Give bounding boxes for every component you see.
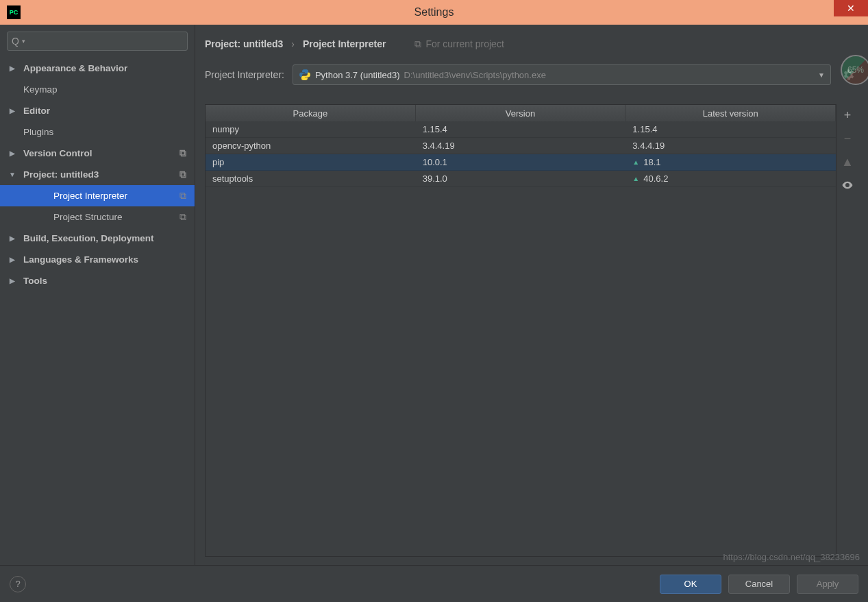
breadcrumb: Project: untitled3 › Project Interpreter… — [205, 34, 858, 53]
sidebar-item-project-untitled3[interactable]: ▼Project: untitled3⧉ — [0, 164, 195, 185]
cell-package: opencv-python — [206, 138, 416, 154]
cell-latest: 1.15.4 — [625, 121, 836, 137]
help-button[interactable]: ? — [10, 576, 26, 592]
col-package[interactable]: Package — [206, 105, 416, 121]
breadcrumb-root[interactable]: Project: untitled3 — [205, 38, 283, 49]
cell-package: numpy — [206, 121, 416, 137]
sidebar-item-languages-frameworks[interactable]: ▶Languages & Frameworks — [0, 249, 195, 270]
col-latest[interactable]: Latest version — [625, 105, 836, 121]
cell-latest: ▲18.1 — [625, 154, 836, 170]
sidebar-item-label: Project Structure — [53, 212, 123, 222]
sidebar-item-version-control[interactable]: ▶Version Control⧉ — [0, 143, 195, 164]
sidebar-item-label: Project Interpreter — [53, 191, 127, 201]
breadcrumb-current: Project Interpreter — [303, 38, 386, 49]
upgrade-available-icon: ▲ — [632, 158, 639, 166]
apply-button[interactable]: Apply — [797, 575, 858, 594]
breadcrumb-hint: ⧉ For current project — [414, 38, 504, 50]
sidebar-item-label: Project: untitled3 — [23, 169, 99, 180]
table-row[interactable]: setuptools39.1.0▲40.6.2 — [206, 171, 836, 187]
expand-icon: ▶ — [7, 256, 18, 263]
upgrade-button[interactable]: ▲ — [839, 154, 856, 170]
sidebar-item-label: Editor — [23, 106, 50, 116]
cancel-button[interactable]: Cancel — [728, 575, 790, 594]
dropdown-icon: ▾ — [22, 38, 25, 45]
titlebar: PC Settings ✕ — [0, 0, 868, 25]
footer: ? OK Cancel Apply — [0, 565, 868, 602]
remove-button[interactable]: − — [839, 130, 856, 147]
copy-icon: ⧉ — [179, 148, 186, 159]
show-button[interactable] — [839, 177, 856, 193]
search-icon: Q — [12, 36, 19, 47]
sidebar-item-editor[interactable]: ▶Editor — [0, 100, 195, 121]
interpreter-path: D:\untitled3\venv\Scripts\python.exe — [404, 70, 546, 80]
interpreter-name: Python 3.7 (untitled3) — [315, 70, 400, 80]
cell-latest: 3.4.4.19 — [625, 138, 836, 154]
copy-icon: ⧉ — [414, 38, 421, 50]
sidebar: Q ▾ ▶Appearance & BehaviorKeymap▶EditorP… — [0, 25, 195, 565]
copy-icon: ⧉ — [179, 169, 186, 180]
expand-icon: ▶ — [7, 64, 18, 72]
sidebar-item-tools[interactable]: ▶Tools — [0, 270, 195, 291]
cell-package: pip — [206, 154, 416, 170]
expand-icon: ▼ — [7, 171, 18, 178]
search-input[interactable]: Q ▾ — [7, 32, 188, 51]
sidebar-item-plugins[interactable]: Plugins — [0, 121, 195, 143]
main-panel: Project: untitled3 › Project Interpreter… — [195, 25, 868, 565]
sidebar-item-label: Appearance & Behavior — [23, 63, 127, 73]
hint-badge[interactable]: 65% — [841, 55, 868, 85]
sidebar-item-label: Languages & Frameworks — [23, 254, 138, 265]
table-row[interactable]: numpy1.15.41.15.4 — [206, 121, 836, 138]
window-title: Settings — [0, 6, 868, 19]
expand-icon: ▶ — [7, 149, 18, 157]
copy-icon: ⧉ — [179, 191, 186, 202]
sidebar-item-label: Plugins — [23, 127, 53, 137]
copy-icon: ⧉ — [179, 212, 186, 223]
cell-version: 3.4.4.19 — [416, 138, 626, 154]
cell-version: 1.15.4 — [416, 121, 626, 137]
interpreter-select[interactable]: Python 3.7 (untitled3) D:\untitled3\venv… — [293, 64, 831, 85]
table-row[interactable]: pip10.0.1▲18.1 — [206, 154, 836, 171]
sidebar-item-project-interpreter[interactable]: Project Interpreter⧉ — [0, 185, 195, 206]
sidebar-item-appearance-behavior[interactable]: ▶Appearance & Behavior — [0, 58, 195, 79]
ok-button[interactable]: OK — [660, 575, 721, 594]
sidebar-item-project-structure[interactable]: Project Structure⧉ — [0, 206, 195, 228]
table-actions: + − ▲ — [836, 104, 858, 557]
sidebar-item-label: Build, Execution, Deployment — [23, 233, 154, 243]
table-header: Package Version Latest version — [206, 105, 836, 121]
interpreter-label: Project Interpreter: — [205, 69, 284, 80]
sidebar-item-label: Tools — [23, 276, 47, 286]
close-button[interactable]: ✕ — [834, 0, 868, 16]
sidebar-item-label: Keymap — [23, 84, 58, 95]
add-button[interactable]: + — [839, 107, 856, 123]
sidebar-item-keymap[interactable]: Keymap — [0, 79, 195, 100]
expand-icon: ▶ — [7, 277, 18, 285]
sidebar-item-build-execution-deployment[interactable]: ▶Build, Execution, Deployment — [0, 228, 195, 249]
package-table: Package Version Latest version numpy1.15… — [205, 104, 836, 557]
table-row[interactable]: opencv-python3.4.4.193.4.4.19 — [206, 138, 836, 154]
chevron-right-icon: › — [291, 38, 295, 49]
expand-icon: ▶ — [7, 107, 18, 115]
cell-latest: ▲40.6.2 — [625, 171, 836, 186]
expand-icon: ▶ — [7, 234, 18, 242]
python-icon — [299, 69, 311, 81]
sidebar-item-label: Version Control — [23, 148, 92, 158]
col-version[interactable]: Version — [416, 105, 626, 121]
chevron-down-icon: ▼ — [818, 71, 825, 79]
cell-version: 10.0.1 — [416, 154, 626, 170]
cell-package: setuptools — [206, 171, 416, 186]
upgrade-available-icon: ▲ — [632, 175, 639, 182]
cell-version: 39.1.0 — [416, 171, 626, 186]
